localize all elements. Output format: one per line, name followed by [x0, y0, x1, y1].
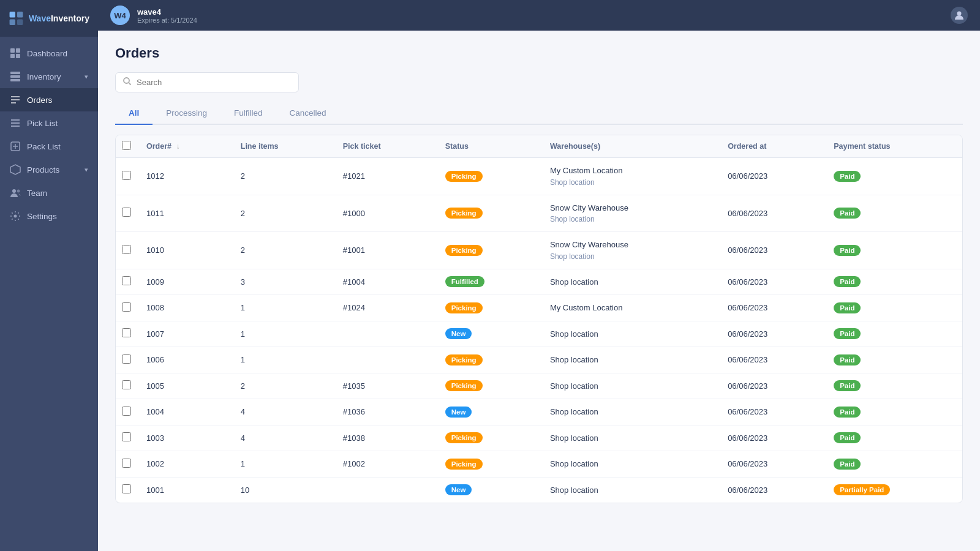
- row-line-items: 1: [232, 347, 334, 373]
- search-bar: [115, 72, 299, 92]
- row-warehouse: Shop location: [541, 425, 719, 451]
- row-warehouse: My Custom Location: [541, 295, 719, 321]
- sidebar-item-pack-list[interactable]: Pack List: [0, 135, 98, 158]
- row-order-num: 1001: [138, 477, 232, 503]
- row-checkbox[interactable]: [122, 484, 131, 493]
- row-pick-ticket: #1004: [334, 269, 437, 295]
- row-checkbox[interactable]: [122, 432, 131, 441]
- row-status: Picking: [437, 451, 541, 478]
- table-row[interactable]: 1004 4 #1036 New Shop location 06/06/202…: [116, 399, 962, 425]
- row-status: Picking: [437, 425, 541, 451]
- table-row[interactable]: 1012 2 #1021 Picking My Custom Location …: [116, 158, 962, 195]
- row-order-num: 1007: [138, 321, 232, 347]
- row-ordered-at: 06/06/2023: [719, 399, 825, 425]
- row-payment: Paid: [825, 321, 962, 347]
- tab-processing[interactable]: Processing: [153, 102, 221, 125]
- row-status: New: [437, 399, 541, 425]
- table-row[interactable]: 1006 1 Picking Shop location 06/06/2023 …: [116, 347, 962, 373]
- row-warehouse: Snow City Warehouse Shop location: [541, 195, 719, 232]
- row-order-num: 1005: [138, 373, 232, 399]
- topbar: W4 wave4 Expires at: 5/1/2024: [98, 0, 980, 31]
- products-chevron-icon: ▾: [85, 166, 88, 174]
- row-checkbox[interactable]: [122, 276, 131, 285]
- tab-fulfilled[interactable]: Fulfilled: [221, 102, 276, 125]
- row-status: Picking: [437, 195, 541, 232]
- orders-table: Order# ↓ Line items Pick ticket Status W…: [116, 135, 962, 503]
- row-checkbox[interactable]: [122, 459, 131, 468]
- row-checkbox[interactable]: [122, 328, 131, 337]
- header-payment-status: Payment status: [825, 135, 962, 158]
- tabs-bar: All Processing Fulfilled Cancelled: [115, 102, 963, 125]
- row-line-items: 2: [232, 232, 334, 269]
- row-checkbox[interactable]: [122, 245, 131, 254]
- row-payment: Paid: [825, 295, 962, 321]
- header-warehouses: Warehouse(s): [541, 135, 719, 158]
- row-checkbox[interactable]: [122, 354, 131, 364]
- sidebar-item-settings[interactable]: Settings: [0, 204, 98, 228]
- sidebar-item-pack-list-label: Pack List: [27, 142, 61, 151]
- table-row[interactable]: 1007 1 New Shop location 06/06/2023 Paid: [116, 321, 962, 347]
- svg-rect-7: [16, 54, 20, 58]
- table-row[interactable]: 1011 2 #1000 Picking Snow City Warehouse…: [116, 195, 962, 232]
- table-row[interactable]: 1001 10 New Shop location 06/06/2023 Par…: [116, 477, 962, 503]
- row-checkbox[interactable]: [122, 380, 131, 389]
- row-pick-ticket: #1024: [334, 295, 437, 321]
- sidebar-item-inventory[interactable]: Inventory ▾: [0, 65, 98, 88]
- svg-rect-4: [10, 48, 15, 53]
- topbar-expires: Expires at: 5/1/2024: [137, 17, 943, 24]
- table-row[interactable]: 1003 4 #1038 Picking Shop location 06/06…: [116, 425, 962, 451]
- table-row[interactable]: 1002 1 #1002 Picking Shop location 06/06…: [116, 451, 962, 478]
- table-row[interactable]: 1005 2 #1035 Picking Shop location 06/06…: [116, 373, 962, 399]
- svg-rect-9: [10, 75, 20, 78]
- topbar-user-button[interactable]: [951, 7, 968, 24]
- row-status: Picking: [437, 347, 541, 373]
- sidebar-logo[interactable]: WaveInventory: [0, 0, 98, 37]
- row-order-num: 1006: [138, 347, 232, 373]
- search-input[interactable]: [137, 78, 291, 87]
- table-row[interactable]: 1008 1 #1024 Picking My Custom Location …: [116, 295, 962, 321]
- sidebar-item-dashboard[interactable]: Dashboard: [0, 42, 98, 65]
- svg-rect-10: [10, 79, 20, 81]
- row-checkbox-cell: [116, 195, 138, 232]
- row-ordered-at: 06/06/2023: [719, 425, 825, 451]
- sidebar-item-pick-list[interactable]: Pick List: [0, 111, 98, 135]
- row-checkbox[interactable]: [122, 407, 131, 416]
- row-pick-ticket: #1001: [334, 232, 437, 269]
- row-line-items: 3: [232, 269, 334, 295]
- row-checkbox[interactable]: [122, 208, 131, 217]
- row-order-num: 1010: [138, 232, 232, 269]
- row-warehouse: Snow City Warehouse Shop location: [541, 232, 719, 269]
- row-checkbox-cell: [116, 295, 138, 321]
- row-ordered-at: 06/06/2023: [719, 295, 825, 321]
- row-line-items: 2: [232, 373, 334, 399]
- row-checkbox[interactable]: [122, 171, 131, 180]
- search-icon: [123, 77, 132, 88]
- header-line-items: Line items: [232, 135, 334, 158]
- svg-point-15: [14, 215, 17, 218]
- row-order-num: 1009: [138, 269, 232, 295]
- sidebar-item-orders-label: Orders: [27, 96, 52, 105]
- dashboard-icon: [10, 48, 21, 59]
- row-line-items: 4: [232, 425, 334, 451]
- tab-cancelled[interactable]: Cancelled: [276, 102, 340, 125]
- row-warehouse: Shop location: [541, 451, 719, 478]
- row-status: Picking: [437, 232, 541, 269]
- select-all-checkbox[interactable]: [122, 141, 131, 150]
- sidebar-item-team[interactable]: Team: [0, 181, 98, 204]
- row-ordered-at: 06/06/2023: [719, 269, 825, 295]
- row-line-items: 4: [232, 399, 334, 425]
- topbar-info: wave4 Expires at: 5/1/2024: [137, 7, 943, 24]
- row-order-num: 1004: [138, 399, 232, 425]
- sidebar-item-orders[interactable]: Orders: [0, 88, 98, 111]
- header-order[interactable]: Order# ↓: [138, 135, 232, 158]
- row-checkbox[interactable]: [122, 302, 131, 312]
- row-payment: Paid: [825, 425, 962, 451]
- table-row[interactable]: 1010 2 #1001 Picking Snow City Warehouse…: [116, 232, 962, 269]
- page-title: Orders: [115, 45, 963, 61]
- svg-marker-12: [10, 165, 20, 174]
- row-warehouse: Shop location: [541, 373, 719, 399]
- tab-all[interactable]: All: [115, 102, 153, 125]
- sidebar-item-products[interactable]: Products ▾: [0, 158, 98, 181]
- table-row[interactable]: 1009 3 #1004 Fulfilled Shop location 06/…: [116, 269, 962, 295]
- row-line-items: 2: [232, 195, 334, 232]
